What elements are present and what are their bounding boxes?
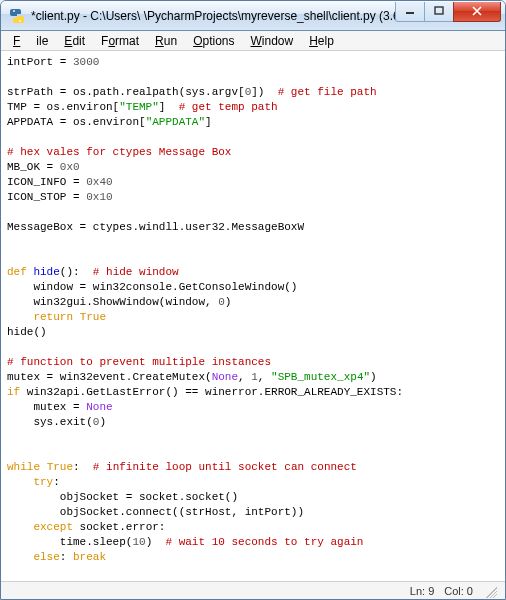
- svg-point-1: [19, 20, 21, 22]
- code-editor[interactable]: intPort = 3000 strPath = os.path.realpat…: [1, 51, 505, 581]
- close-button[interactable]: [453, 2, 501, 22]
- status-line: Ln: 9: [410, 585, 434, 597]
- titlebar[interactable]: *client.py - C:\Users\ \PycharmProjects\…: [1, 1, 505, 31]
- status-col: Col: 0: [444, 585, 473, 597]
- minimize-icon: [405, 6, 415, 16]
- maximize-icon: [434, 6, 444, 16]
- menubar: File Edit Format Run Options Window Help: [1, 31, 505, 51]
- svg-rect-3: [435, 7, 443, 14]
- close-icon: [471, 6, 483, 16]
- resize-grip-icon[interactable]: [483, 584, 497, 598]
- menu-format[interactable]: Format: [93, 32, 147, 50]
- menu-edit[interactable]: Edit: [56, 32, 93, 50]
- menu-window[interactable]: Window: [243, 32, 302, 50]
- idle-icon: [9, 8, 25, 24]
- maximize-button[interactable]: [424, 2, 454, 22]
- menu-options[interactable]: Options: [185, 32, 242, 50]
- menu-help[interactable]: Help: [301, 32, 342, 50]
- minimize-button[interactable]: [395, 2, 425, 22]
- svg-point-0: [13, 10, 15, 12]
- statusbar: Ln: 9 Col: 0: [1, 581, 505, 599]
- app-window: *client.py - C:\Users\ \PycharmProjects\…: [0, 0, 506, 600]
- menu-file[interactable]: File: [5, 32, 56, 50]
- window-controls: [396, 2, 505, 22]
- menu-run[interactable]: Run: [147, 32, 185, 50]
- window-title: *client.py - C:\Users\ \PycharmProjects\…: [31, 9, 396, 23]
- svg-rect-2: [406, 12, 414, 14]
